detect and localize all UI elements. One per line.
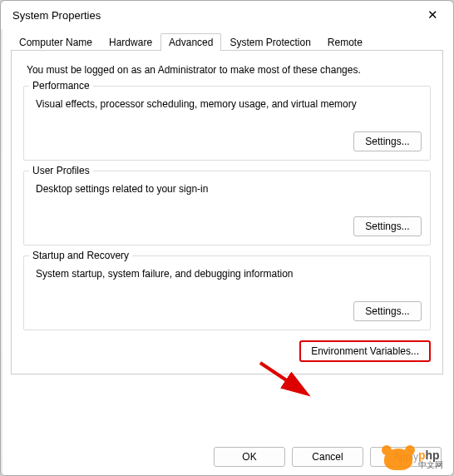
window-left-edge	[1, 29, 2, 475]
environment-variables-button[interactable]: Environment Variables...	[299, 340, 431, 362]
group-desc-startup-recovery: System startup, system failure, and debu…	[36, 268, 418, 280]
dialog-footer: OK Cancel Apply	[214, 447, 442, 467]
tab-computer-name[interactable]: Computer Name	[11, 33, 101, 51]
env-vars-row: Environment Variables...	[23, 340, 431, 362]
ok-button[interactable]: OK	[214, 447, 285, 467]
btn-row-performance: Settings...	[32, 131, 422, 151]
tab-strip: Computer Name Hardware Advanced System P…	[11, 32, 443, 51]
group-startup-recovery: Startup and Recovery System startup, sys…	[23, 255, 431, 330]
tab-advanced[interactable]: Advanced	[160, 33, 221, 51]
apply-button: Apply	[370, 447, 442, 467]
group-desc-user-profiles: Desktop settings related to your sign-in	[36, 183, 418, 195]
group-performance: Performance Visual effects, processor sc…	[23, 86, 431, 161]
tab-remote[interactable]: Remote	[319, 33, 371, 51]
cancel-button[interactable]: Cancel	[292, 447, 363, 467]
settings-button-startup-recovery[interactable]: Settings...	[353, 301, 422, 321]
titlebar: System Properties ✕	[1, 1, 453, 29]
settings-button-performance[interactable]: Settings...	[353, 131, 422, 151]
system-properties-window: System Properties ✕ Computer Name Hardwa…	[0, 0, 454, 476]
settings-button-user-profiles[interactable]: Settings...	[353, 216, 422, 236]
btn-row-startup-recovery: Settings...	[32, 301, 422, 321]
tab-system-protection[interactable]: System Protection	[221, 33, 318, 51]
window-title: System Properties	[12, 9, 101, 22]
close-icon[interactable]: ✕	[420, 7, 445, 22]
btn-row-user-profiles: Settings...	[32, 216, 422, 236]
group-title-startup-recovery: Startup and Recovery	[29, 250, 132, 261]
group-title-performance: Performance	[29, 80, 93, 92]
tab-body-advanced: You must be logged on as an Administrato…	[11, 51, 443, 374]
content-area: Computer Name Hardware Advanced System P…	[1, 29, 453, 381]
group-desc-performance: Visual effects, processor scheduling, me…	[36, 98, 418, 110]
group-title-user-profiles: User Profiles	[29, 165, 93, 176]
admin-note: You must be logged on as an Administrato…	[27, 64, 427, 76]
tab-hardware[interactable]: Hardware	[101, 33, 160, 51]
group-user-profiles: User Profiles Desktop settings related t…	[23, 171, 431, 245]
